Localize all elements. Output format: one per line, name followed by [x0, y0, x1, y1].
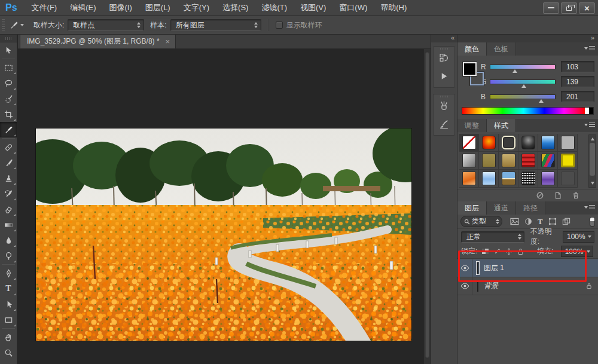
marquee-tool-button[interactable]: [0, 60, 17, 75]
background-name[interactable]: 背景: [484, 281, 498, 291]
layer1-visibility-toggle[interactable]: [457, 259, 472, 277]
green-slider[interactable]: [490, 79, 556, 84]
actions-panel-button[interactable]: [434, 67, 454, 85]
zoom-tool-button[interactable]: [0, 345, 17, 360]
styles-scrollbar[interactable]: [588, 134, 596, 188]
style-swatch-blue-glass[interactable]: [479, 170, 499, 188]
eyedropper-tool-button[interactable]: [0, 122, 17, 137]
style-swatch-empty[interactable]: [558, 170, 578, 188]
spectrum-white-swatch[interactable]: [585, 108, 589, 114]
style-swatch-horizon[interactable]: [499, 170, 518, 188]
clear-style-button[interactable]: [536, 191, 544, 200]
delete-style-button[interactable]: [572, 191, 580, 200]
style-swatch-purple-gradient[interactable]: [538, 170, 558, 188]
style-swatch-none[interactable]: [459, 134, 479, 152]
canvas-pasteboard[interactable]: [18, 49, 423, 364]
red-slider-thumb[interactable]: [512, 69, 517, 73]
layer-filter-toggle[interactable]: [590, 217, 595, 227]
sample-dropdown[interactable]: 所有图层: [170, 19, 261, 31]
red-value-field[interactable]: 103: [561, 61, 594, 72]
panels-collapse-button[interactable]: »: [457, 35, 598, 42]
crop-tool-button[interactable]: [0, 106, 17, 122]
restore-button[interactable]: [561, 2, 577, 14]
blue-value-field[interactable]: 201: [561, 91, 594, 102]
lock-position-icon[interactable]: [505, 248, 512, 255]
menu-item-type[interactable]: 文字(Y): [177, 2, 216, 13]
menu-item-layer[interactable]: 图层(L): [139, 2, 177, 13]
sample-size-dropdown[interactable]: 取样点: [68, 19, 144, 31]
lasso-tool-button[interactable]: [0, 75, 17, 91]
style-swatch-camouflage[interactable]: [538, 152, 558, 170]
menu-item-image[interactable]: 图像(I): [103, 2, 139, 13]
quick-selection-tool-button[interactable]: [0, 91, 17, 106]
style-swatch-white-outline[interactable]: [499, 134, 518, 152]
brush-panel-button[interactable]: [434, 115, 454, 133]
layer1-thumbnail[interactable]: [477, 263, 478, 274]
history-panel-button[interactable]: [434, 48, 454, 67]
menu-item-file[interactable]: 文件(F): [25, 2, 64, 13]
menu-item-filter[interactable]: 滤镜(T): [255, 2, 294, 13]
options-bar-grip[interactable]: [2, 19, 5, 31]
healing-brush-tool-button[interactable]: [0, 139, 17, 155]
spectrum-black-swatch[interactable]: [589, 108, 593, 114]
lock-transparent-pixels-icon[interactable]: [482, 249, 489, 254]
dock-collapse-button[interactable]: «: [431, 35, 457, 42]
style-swatch-noise[interactable]: [518, 170, 538, 188]
type-tool-button[interactable]: T: [0, 281, 17, 296]
dodge-tool-button[interactable]: [0, 248, 17, 264]
close-button[interactable]: ×: [579, 2, 595, 14]
current-tool-button[interactable]: [6, 21, 28, 30]
layer1-name[interactable]: 图层 1: [484, 263, 504, 273]
blue-slider-thumb[interactable]: [539, 99, 544, 103]
history-brush-tool-button[interactable]: [0, 186, 17, 201]
green-value-field[interactable]: 139: [561, 76, 594, 87]
color-panel-menu-icon[interactable]: [584, 46, 595, 51]
fill-dropdown[interactable]: 100%: [561, 246, 593, 257]
smart-object-filter-icon[interactable]: [562, 218, 570, 225]
scroll-down-icon[interactable]: [591, 182, 594, 185]
opacity-dropdown[interactable]: 100%: [563, 231, 594, 243]
new-style-button[interactable]: [554, 191, 562, 200]
layer-filter-dropdown[interactable]: 类型: [460, 216, 502, 227]
move-tool-button[interactable]: [0, 42, 17, 58]
blend-mode-dropdown[interactable]: 正常: [461, 231, 524, 243]
style-swatch-dark-sphere[interactable]: [518, 134, 538, 152]
eraser-tool-button[interactable]: [0, 201, 17, 217]
background-thumbnail[interactable]: [477, 281, 478, 292]
tab-styles[interactable]: 样式: [487, 119, 516, 132]
style-swatch-blue-glossy[interactable]: [538, 134, 558, 152]
background-visibility-toggle[interactable]: [457, 277, 472, 295]
style-swatch-gray-gradient[interactable]: [459, 152, 479, 170]
tab-paths[interactable]: 路径: [516, 201, 545, 215]
tab-swatches[interactable]: 色板: [487, 42, 516, 56]
tab-layers[interactable]: 图层: [457, 201, 487, 215]
tab-adjustments[interactable]: 调整: [457, 119, 487, 132]
canvas-vertical-scrollbar[interactable]: [423, 49, 431, 364]
lock-all-icon[interactable]: [517, 248, 524, 255]
styles-panel-menu-icon[interactable]: [584, 123, 595, 127]
foreground-color-swatch[interactable]: [463, 62, 477, 76]
blue-slider[interactable]: [490, 94, 556, 99]
show-sampling-ring-checkbox[interactable]: [276, 22, 283, 29]
pixel-layer-filter-icon[interactable]: [510, 218, 519, 225]
adjustment-layer-filter-icon[interactable]: [524, 218, 532, 225]
style-swatch-flat-gray[interactable]: [558, 134, 578, 152]
color-spectrum-ramp[interactable]: [462, 107, 594, 115]
layer-row-background[interactable]: 背景: [457, 277, 598, 295]
menu-item-view[interactable]: 视图(V): [294, 2, 332, 13]
spectrum-gradient[interactable]: [462, 108, 585, 114]
brush-presets-panel-button[interactable]: [434, 96, 454, 115]
style-swatch-yellow-bevel[interactable]: [558, 152, 578, 170]
style-swatch-red-striped[interactable]: [518, 152, 538, 170]
shape-tool-button[interactable]: [0, 312, 17, 328]
style-swatch-orange-gradient[interactable]: [459, 170, 479, 188]
pen-tool-button[interactable]: [0, 265, 17, 281]
lock-image-pixels-icon[interactable]: [493, 248, 501, 255]
green-slider-thumb[interactable]: [521, 84, 526, 88]
document-tab[interactable]: IMG_3529.JPG @ 50% (图层 1, RGB/8) * ×: [20, 35, 176, 48]
menu-item-window[interactable]: 窗口(W): [332, 2, 374, 13]
canvas-scrollbar-thumb[interactable]: [425, 52, 429, 358]
layers-panel-menu-icon[interactable]: [584, 205, 595, 210]
path-selection-tool-button[interactable]: [0, 296, 17, 312]
type-layer-filter-icon[interactable]: T: [538, 218, 543, 225]
